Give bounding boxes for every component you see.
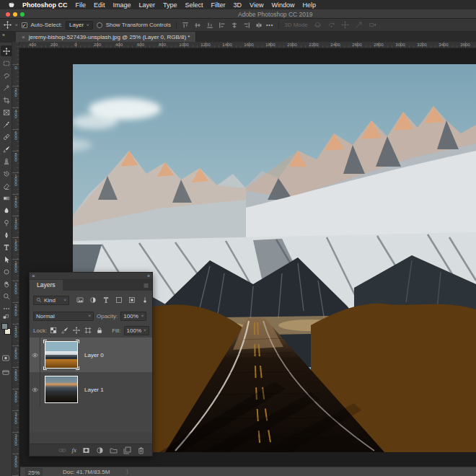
type-tool[interactable] — [1, 242, 12, 252]
eraser-tool[interactable] — [1, 180, 12, 191]
blend-mode-dropdown[interactable]: Normal ˅ — [33, 312, 94, 321]
align-left-edges-button[interactable] — [219, 22, 226, 29]
minimize-window-button[interactable] — [13, 12, 17, 17]
filter-type-dropdown[interactable]: Kind ˅ — [33, 296, 69, 305]
frame-tool[interactable] — [1, 107, 12, 118]
panel-menu-icon[interactable] — [143, 283, 149, 288]
new-adjustment-layer-button[interactable] — [96, 446, 104, 454]
document-tab[interactable]: × jeremy-bishop-527439-unsplash.jpg @ 25… — [16, 32, 196, 42]
menu-item-help[interactable]: Help — [302, 1, 316, 9]
chevron-down-icon: ˅ — [141, 314, 144, 318]
collapse-panel-icon[interactable]: » — [147, 273, 150, 280]
close-panel-icon[interactable]: × — [32, 273, 35, 280]
tool-preset-caret-icon[interactable]: ˅ — [15, 23, 18, 27]
status-chevron-icon[interactable]: 〉 — [125, 468, 131, 476]
zoom-tool[interactable] — [1, 291, 12, 301]
lock-all-button[interactable] — [96, 327, 103, 334]
hand-tool[interactable] — [1, 278, 12, 289]
adjustment-layer-filter-button[interactable] — [89, 296, 97, 304]
filter-toggle-button[interactable] — [141, 296, 149, 304]
stamp-tool[interactable] — [1, 156, 12, 167]
menu-item-type[interactable]: Type — [163, 1, 177, 9]
layer-row-layer-0[interactable]: Layer 0 — [30, 338, 152, 372]
show-transform-checkbox[interactable] — [97, 22, 102, 28]
menu-item-filter[interactable]: Filter — [211, 1, 226, 9]
brush-tool[interactable] — [1, 144, 12, 154]
align-top-edges-button[interactable] — [182, 22, 189, 29]
menu-app-name[interactable]: Photoshop CC — [22, 1, 68, 9]
type-layer-filter-button[interactable] — [102, 296, 110, 304]
align-bottom-edges-button[interactable] — [206, 22, 213, 29]
layer-visibility-eye-icon[interactable] — [30, 338, 40, 372]
menu-item-window[interactable]: Window — [271, 1, 294, 9]
dodge-tool[interactable] — [1, 217, 12, 228]
layer-thumbnail[interactable] — [45, 341, 78, 369]
vertical-ruler[interactable]: 0200400600800100012001400160018002000220… — [12, 42, 19, 476]
tab-overflow-chevron[interactable]: » — [2, 32, 5, 38]
ruler-label: 3400 — [14, 433, 18, 445]
zoom-level-field[interactable]: 25% — [25, 468, 43, 476]
delete-layer-button[interactable] — [137, 446, 145, 454]
menu-item-3d[interactable]: 3D — [234, 1, 242, 9]
ellipse-tool[interactable] — [1, 266, 12, 277]
align-vertical-centers-button[interactable] — [194, 22, 201, 29]
history-tool[interactable] — [1, 168, 12, 179]
auto-select-dropdown[interactable]: Layer ˅ — [66, 21, 93, 30]
pen-tool[interactable] — [1, 229, 12, 240]
fill-field[interactable]: 100% ˅ — [124, 326, 149, 335]
layer-thumbnail[interactable] — [45, 376, 78, 403]
arrow-tool[interactable] — [1, 254, 12, 265]
chevron-down-icon: ˅ — [144, 328, 146, 332]
auto-select-checkbox[interactable]: ✓ — [22, 22, 27, 28]
panel-title-bar: × » — [30, 273, 152, 280]
new-layer-button[interactable] — [123, 446, 131, 454]
layer-effects-button[interactable]: fx — [72, 446, 77, 454]
menu-item-view[interactable]: View — [250, 1, 263, 9]
menu-item-file[interactable]: File — [76, 1, 87, 9]
ruler-label: 1000 — [14, 174, 18, 185]
crop-tool[interactable] — [1, 94, 12, 105]
layer-row-layer-1[interactable]: Layer 1 — [30, 372, 152, 407]
close-window-button[interactable] — [6, 12, 10, 17]
layers-tab[interactable]: Layers — [30, 280, 63, 291]
align-horizontal-centers-button[interactable] — [231, 22, 238, 29]
wand-tool[interactable] — [1, 82, 12, 93]
close-tab-icon[interactable]: × — [22, 34, 25, 40]
chevron-down-icon: ˅ — [88, 314, 91, 318]
lasso-tool[interactable] — [1, 70, 12, 81]
foreground-color-swatch[interactable] — [1, 323, 8, 330]
lock-artboard-button[interactable] — [84, 327, 92, 334]
layer-visibility-eye-icon[interactable] — [30, 372, 40, 407]
quick-mask-button[interactable] — [1, 354, 10, 362]
link-layers-button[interactable] — [58, 446, 66, 454]
dots-tool[interactable] — [1, 303, 12, 314]
lock-position-button[interactable] — [73, 327, 80, 334]
selection-corner — [43, 340, 47, 343]
lock-transparent-pixels-button[interactable] — [50, 327, 57, 334]
swap-colors-icon[interactable] — [1, 314, 10, 320]
pixel-layer-filter-button[interactable] — [76, 296, 84, 304]
zoom-window-button[interactable] — [20, 12, 25, 17]
horizontal-ruler[interactable]: 4002000200400600800100012001400160018002… — [19, 42, 476, 48]
heal-tool[interactable] — [1, 131, 12, 142]
blur-tool[interactable] — [1, 205, 12, 216]
screen-mode-button[interactable] — [1, 369, 10, 376]
menu-item-image[interactable]: Image — [113, 1, 131, 9]
move-tool[interactable] — [1, 45, 12, 56]
eyedropper-tool[interactable] — [1, 119, 12, 130]
menu-item-select[interactable]: Select — [185, 1, 203, 9]
align-right-edges-button[interactable] — [243, 22, 250, 29]
marquee-tool[interactable] — [1, 58, 12, 69]
add-layer-mask-button[interactable] — [82, 446, 90, 454]
gradient-tool[interactable] — [1, 193, 12, 203]
shape-layer-filter-button[interactable] — [115, 296, 123, 304]
menu-item-edit[interactable]: Edit — [94, 1, 105, 9]
new-group-button[interactable] — [110, 446, 118, 454]
opacity-field[interactable]: 100% ˅ — [120, 312, 146, 321]
lock-image-pixels-button[interactable] — [61, 327, 69, 334]
smart-object-filter-button[interactable] — [128, 296, 136, 304]
distribute-spacing-button[interactable] — [255, 22, 263, 29]
more-options-button[interactable]: ••• — [266, 22, 273, 27]
apple-icon[interactable] — [9, 1, 14, 8]
menu-item-layer[interactable]: Layer — [139, 1, 156, 9]
